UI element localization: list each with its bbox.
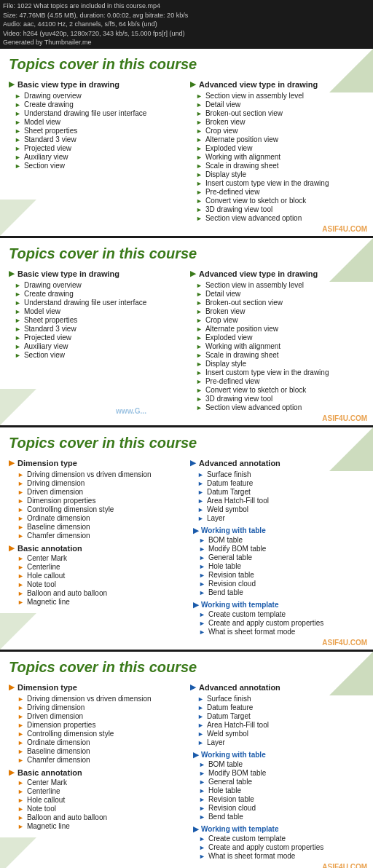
bullet-icon: ► bbox=[17, 524, 24, 531]
bullet-icon: ► bbox=[199, 761, 205, 768]
list-item: ►Working with alignment bbox=[190, 153, 364, 161]
bullet-icon: ► bbox=[197, 722, 204, 729]
arrow-icon-13: ▶ bbox=[193, 751, 199, 759]
list-item: ►Standard 3 view bbox=[9, 135, 183, 143]
list-item: ►Bend table bbox=[190, 588, 364, 596]
list-item: ►Convert view to sketch or block bbox=[190, 386, 364, 394]
bullet-icon: ► bbox=[15, 334, 21, 342]
list-item: ►Section view bbox=[9, 351, 183, 359]
bullet-icon: ► bbox=[15, 145, 21, 152]
bullet-icon: ► bbox=[15, 317, 21, 324]
bullet-icon: ► bbox=[196, 171, 203, 178]
bullet-icon: ► bbox=[197, 471, 204, 478]
list-item: ►Datum Target bbox=[190, 712, 364, 720]
slide3-ann-header: ▶ Basic annotation bbox=[9, 544, 183, 553]
list-item: ►Centerline bbox=[9, 563, 183, 571]
bullet-icon: ► bbox=[17, 722, 24, 729]
slide4-table-list: ►BOM table►Modify BOM table►General tabl… bbox=[190, 760, 364, 821]
bullet-icon: ► bbox=[197, 704, 204, 711]
bullet-icon: ► bbox=[199, 589, 205, 596]
arrow-icon-5: ▶ bbox=[9, 459, 15, 467]
bullet-icon: ► bbox=[199, 787, 205, 794]
arrow-icon-2: ▶ bbox=[190, 80, 196, 88]
slide3-dim-list: ►Driving dimension vs driven dimension►D… bbox=[9, 470, 183, 540]
bullet-icon: ► bbox=[17, 713, 24, 720]
list-item: ►Layer bbox=[190, 514, 364, 522]
bullet-icon: ► bbox=[196, 299, 203, 307]
slide3-ann-list: ►Center Mark►Centerline►Hole callout►Not… bbox=[9, 554, 183, 606]
bullet-icon: ► bbox=[17, 506, 24, 513]
list-item: ►Ordinate dimension bbox=[9, 738, 183, 746]
list-item: ►BOM table bbox=[190, 760, 364, 768]
list-item: ►Detail view bbox=[190, 290, 364, 298]
bullet-icon: ► bbox=[199, 545, 205, 553]
list-item: ►What is sheet format mode bbox=[190, 852, 364, 860]
list-item: ►Chamfer dimension bbox=[9, 756, 183, 764]
list-item: ►Understand drawing file user interface bbox=[9, 109, 183, 117]
bullet-icon: ► bbox=[17, 788, 24, 795]
bullet-icon: ► bbox=[15, 136, 21, 143]
info-size: Size: 47.76MB (4.55 MB), duration: 0.00:… bbox=[3, 11, 370, 20]
list-item: ►Alternate position view bbox=[190, 135, 364, 143]
bullet-icon: ► bbox=[199, 572, 205, 579]
list-item: ►Model view bbox=[9, 118, 183, 126]
list-item: ►Detail view bbox=[190, 100, 364, 108]
slide4-tmpl-header: ▶ Working with template bbox=[190, 825, 364, 833]
slide3-table-header: ▶ Working with table bbox=[190, 526, 364, 534]
list-item: ►Area Hatch-Fill tool bbox=[190, 497, 364, 505]
slide3-table-list: ►BOM table►Modify BOM table►General tabl… bbox=[190, 536, 364, 596]
bullet-icon: ► bbox=[197, 506, 204, 513]
bullet-icon: ► bbox=[17, 480, 24, 487]
list-item: ►Sheet properties bbox=[9, 316, 183, 324]
list-item: ►Modify BOM table bbox=[190, 769, 364, 777]
list-item: ►Surface finish bbox=[190, 695, 364, 703]
list-item: ►Dimension properties bbox=[9, 497, 183, 505]
bullet-icon: ► bbox=[196, 136, 203, 143]
arrow-icon-8: ▶ bbox=[193, 526, 199, 534]
brand-2: ASIF4U.COM bbox=[322, 414, 367, 422]
bullet-icon: ► bbox=[196, 369, 203, 376]
slide4-dim-list: ►Driving dimension vs driven dimension►D… bbox=[9, 695, 183, 764]
bullet-icon: ► bbox=[17, 489, 24, 496]
list-item: ►General table bbox=[190, 778, 364, 786]
list-item: ►Layer bbox=[190, 738, 364, 746]
slide4-tmpl-list: ►Create custom template►Create and apply… bbox=[190, 835, 364, 860]
slide1-left-list: ►Drawing overview►Create drawing►Underst… bbox=[9, 92, 183, 170]
slide-4: Topics cover in this course ▶ Dimension … bbox=[0, 652, 373, 868]
bullet-icon: ► bbox=[15, 352, 21, 359]
bullet-icon: ► bbox=[17, 748, 24, 755]
bullet-icon: ► bbox=[196, 326, 203, 333]
list-item: ►Auxiliary view bbox=[9, 342, 183, 350]
bullet-icon: ► bbox=[17, 471, 24, 478]
bullet-icon: ► bbox=[199, 580, 205, 588]
list-item: ►Chamfer dimension bbox=[9, 532, 183, 540]
list-item: ►Pre-defined view bbox=[190, 188, 364, 196]
bullet-icon: ► bbox=[199, 554, 205, 561]
list-item: ►Driving dimension bbox=[9, 479, 183, 487]
list-item: ►Centerline bbox=[9, 787, 183, 795]
bullet-icon: ► bbox=[196, 119, 203, 126]
slide-title-3: Topics cover in this course bbox=[9, 435, 364, 451]
list-item: ►General table bbox=[190, 553, 364, 561]
brand-1: ASIF4U.COM bbox=[322, 225, 367, 233]
list-item: ►Exploded view bbox=[190, 144, 364, 152]
bullet-icon: ► bbox=[15, 299, 21, 307]
slide1-left-col: ▶ Basic view type in drawing ►Drawing ov… bbox=[9, 80, 183, 223]
slide2-left-header: ▶ Basic view type in drawing bbox=[9, 269, 183, 278]
bullet-icon: ► bbox=[17, 779, 24, 786]
list-item: ►Section view advanced option bbox=[190, 403, 364, 411]
bullet-icon: ► bbox=[15, 326, 21, 333]
list-item: ►Section view advanced option bbox=[190, 214, 364, 222]
list-item: ►Ordinate dimension bbox=[9, 514, 183, 522]
list-item: ►Alternate position view bbox=[190, 325, 364, 333]
list-item: ►Balloon and auto balloon bbox=[9, 813, 183, 821]
list-item: ►Display style bbox=[190, 170, 364, 178]
arrow-icon-11: ▶ bbox=[9, 768, 15, 776]
bullet-icon: ► bbox=[17, 695, 24, 703]
arrow-icon-1: ▶ bbox=[9, 80, 15, 88]
bullet-icon: ► bbox=[199, 796, 205, 803]
slide4-adv-list: ►Surface finish►Datum feature►Datum Targ… bbox=[190, 695, 364, 746]
list-item: ►Create and apply custom properties bbox=[190, 843, 364, 851]
slide3-tmpl-list: ►Create custom template►Create and apply… bbox=[190, 610, 364, 636]
bullet-icon: ► bbox=[15, 101, 21, 108]
